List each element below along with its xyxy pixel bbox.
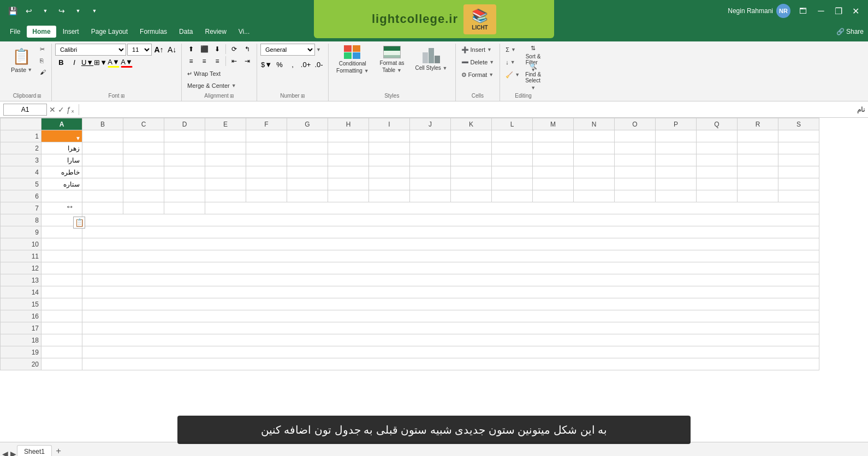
col-header-k[interactable]: K bbox=[451, 118, 492, 130]
menu-file[interactable]: File bbox=[4, 26, 26, 38]
sheet-tab-sheet1[interactable]: Sheet1 bbox=[17, 445, 52, 456]
add-sheet-button[interactable]: + bbox=[52, 445, 64, 456]
cell-g6[interactable] bbox=[287, 190, 328, 202]
cell-p5[interactable] bbox=[656, 178, 697, 190]
cell-l6[interactable] bbox=[492, 190, 533, 202]
cell-f1[interactable] bbox=[246, 130, 287, 142]
cell-n4[interactable] bbox=[574, 166, 615, 178]
cell-h6[interactable] bbox=[328, 190, 369, 202]
percent-button[interactable]: % bbox=[274, 59, 286, 70]
col-header-q[interactable]: Q bbox=[697, 118, 738, 130]
cell-n3[interactable] bbox=[574, 154, 615, 166]
cell-s2[interactable] bbox=[778, 142, 819, 154]
col-header-n[interactable]: N bbox=[574, 118, 615, 130]
restore-button[interactable]: ❐ bbox=[833, 5, 844, 16]
cell-remaining-18[interactable] bbox=[82, 334, 819, 346]
cell-remaining-12[interactable] bbox=[82, 262, 819, 274]
cell-remaining-7[interactable] bbox=[205, 202, 819, 214]
cell-f3[interactable] bbox=[246, 154, 287, 166]
cell-q3[interactable] bbox=[697, 154, 738, 166]
col-header-l[interactable]: L bbox=[492, 118, 533, 130]
cell-i6[interactable] bbox=[369, 190, 410, 202]
cell-m6[interactable] bbox=[533, 190, 574, 202]
col-header-m[interactable]: M bbox=[533, 118, 574, 130]
cell-a14[interactable] bbox=[41, 286, 82, 298]
cell-remaining-8[interactable] bbox=[82, 214, 819, 226]
cell-p1[interactable] bbox=[656, 130, 697, 142]
clear-button[interactable]: 🧹 ▼ bbox=[503, 69, 522, 81]
conditional-formatting-button[interactable]: ConditionalFormatting ▼ bbox=[332, 44, 373, 76]
cell-n1[interactable] bbox=[574, 130, 615, 142]
cell-m5[interactable] bbox=[533, 178, 574, 190]
cell-a20[interactable] bbox=[41, 358, 82, 370]
cell-p3[interactable] bbox=[656, 154, 697, 166]
decimal-inc-button[interactable]: .0+ bbox=[300, 59, 312, 70]
cell-b3[interactable] bbox=[82, 154, 123, 166]
cell-m4[interactable] bbox=[533, 166, 574, 178]
cell-h4[interactable] bbox=[328, 166, 369, 178]
cell-e1[interactable] bbox=[205, 130, 246, 142]
cell-o1[interactable] bbox=[615, 130, 656, 142]
fill-color-button[interactable]: A▼ bbox=[108, 57, 120, 68]
cell-d1[interactable] bbox=[164, 130, 205, 142]
border-button[interactable]: ⊞▼ bbox=[94, 57, 106, 68]
cell-h3[interactable] bbox=[328, 154, 369, 166]
menu-view[interactable]: Vi... bbox=[233, 26, 255, 38]
cell-k2[interactable] bbox=[451, 142, 492, 154]
cell-s3[interactable] bbox=[778, 154, 819, 166]
cell-l1[interactable] bbox=[492, 130, 533, 142]
cell-l3[interactable] bbox=[492, 154, 533, 166]
cell-k1[interactable] bbox=[451, 130, 492, 142]
cell-a15[interactable] bbox=[41, 298, 82, 310]
cell-r3[interactable] bbox=[738, 154, 778, 166]
cell-q2[interactable] bbox=[697, 142, 738, 154]
save-qat-button[interactable]: 💾 bbox=[7, 5, 19, 17]
cell-n5[interactable] bbox=[574, 178, 615, 190]
col-header-j[interactable]: J bbox=[410, 118, 451, 130]
cell-j3[interactable] bbox=[410, 154, 451, 166]
cell-d7[interactable] bbox=[164, 202, 205, 214]
cell-f5[interactable] bbox=[246, 178, 287, 190]
col-header-a[interactable]: A bbox=[41, 118, 82, 130]
cell-o5[interactable] bbox=[615, 178, 656, 190]
cell-f4[interactable] bbox=[246, 166, 287, 178]
format-painter-button[interactable]: 🖌 bbox=[38, 67, 48, 77]
comma-button[interactable]: , bbox=[287, 59, 299, 70]
font-dialog-launcher[interactable]: ⊞ bbox=[121, 93, 125, 99]
cell-n2[interactable] bbox=[574, 142, 615, 154]
formula-input[interactable] bbox=[84, 104, 851, 116]
paste-options-button[interactable]: 📋 bbox=[73, 217, 85, 229]
cell-d4[interactable] bbox=[164, 166, 205, 178]
cell-a1[interactable]: ▼ bbox=[41, 130, 82, 142]
menu-home[interactable]: Home bbox=[27, 26, 56, 38]
rtl-button[interactable]: ↰ bbox=[241, 44, 253, 55]
format-button[interactable]: ⚙ Format ▼ bbox=[459, 69, 497, 81]
alignment-dialog-launcher[interactable]: ⊞ bbox=[230, 93, 234, 99]
cell-remaining-19[interactable] bbox=[82, 346, 819, 358]
cell-reference-box[interactable] bbox=[3, 104, 47, 116]
cell-m1[interactable] bbox=[533, 130, 574, 142]
cell-e5[interactable] bbox=[205, 178, 246, 190]
cell-a19[interactable] bbox=[41, 346, 82, 358]
cell-o4[interactable] bbox=[615, 166, 656, 178]
undo-dropdown[interactable]: ▼ bbox=[39, 5, 51, 17]
font-shrink-button[interactable]: A↓ bbox=[166, 44, 178, 55]
col-header-o[interactable]: O bbox=[615, 118, 656, 130]
cell-k4[interactable] bbox=[451, 166, 492, 178]
decimal-dec-button[interactable]: .0- bbox=[313, 59, 325, 70]
find-select-button[interactable]: 🔍 Find &Select ▼ bbox=[523, 62, 543, 79]
cell-e4[interactable] bbox=[205, 166, 246, 178]
cell-l2[interactable] bbox=[492, 142, 533, 154]
cell-k3[interactable] bbox=[451, 154, 492, 166]
cell-j1[interactable] bbox=[410, 130, 451, 142]
cell-p6[interactable] bbox=[656, 190, 697, 202]
cell-r4[interactable] bbox=[738, 166, 778, 178]
close-button[interactable]: ✕ bbox=[851, 5, 861, 16]
cell-o2[interactable] bbox=[615, 142, 656, 154]
cell-c5[interactable] bbox=[123, 178, 164, 190]
share-button[interactable]: 🔗 Share bbox=[836, 28, 864, 35]
cell-g1[interactable] bbox=[287, 130, 328, 142]
cell-e3[interactable] bbox=[205, 154, 246, 166]
left-align-button[interactable]: ≡ bbox=[185, 56, 197, 67]
menu-formulas[interactable]: Formulas bbox=[134, 26, 173, 38]
